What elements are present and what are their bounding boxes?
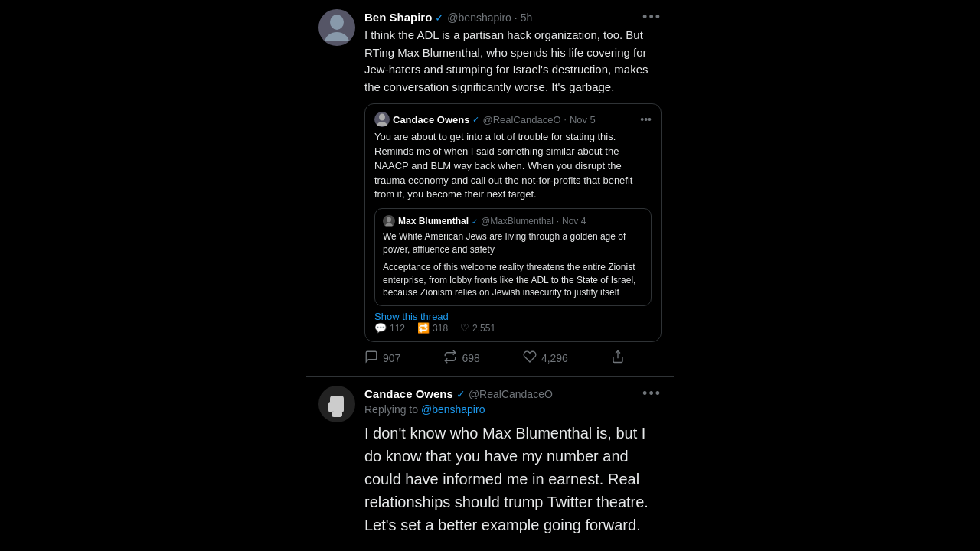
tweet-content-ben: Ben Shapiro ✓ @benshapiro · 5h ••• I thi…: [364, 9, 662, 367]
qt-verified-icon: ✓: [472, 115, 479, 125]
tweet-header-candace: Candace Owens ✓ @RealCandaceO •••: [364, 386, 662, 402]
tweet-text-ben: I think the ADL is a partisan hack organ…: [364, 27, 662, 96]
svg-point-2: [379, 114, 385, 121]
tweet-header-left-candace: Candace Owens ✓ @RealCandaceO: [364, 387, 553, 400]
reply-count-ben: 907: [383, 352, 400, 364]
qt-avatar-candace: [374, 112, 390, 127]
retweet-btn-ben[interactable]: 698: [443, 350, 479, 367]
qt-inner-avatar: [383, 215, 395, 227]
qt-inner-dot: ·: [557, 217, 559, 226]
qt-inner-text2: Acceptance of this welcome reality threa…: [383, 261, 643, 299]
retweet-count-ben: 698: [462, 352, 479, 364]
qt-like-count: 2,551: [472, 323, 495, 334]
qt-inner-text1: We White American Jews are living throug…: [383, 230, 643, 256]
tweet-feed: Ben Shapiro ✓ @benshapiro · 5h ••• I thi…: [306, 0, 674, 551]
author-name-ben: Ben Shapiro: [364, 11, 432, 24]
qt-inner-author: Max Blumenthal: [398, 216, 469, 227]
avatar-candace-owens: [318, 386, 355, 422]
qt-retweet-btn[interactable]: 🔁 318: [417, 322, 448, 334]
qt-dot: ·: [564, 114, 567, 125]
svg-rect-9: [339, 402, 344, 412]
tweet-candace-owens: Candace Owens ✓ @RealCandaceO ••• Replyi…: [306, 377, 674, 551]
qt-reply-btn[interactable]: 💬 112: [374, 322, 405, 334]
time-ben: 5h: [521, 11, 533, 24]
like-icon-ben: [523, 350, 537, 367]
tweet-header-left-ben: Ben Shapiro ✓ @benshapiro · 5h: [364, 11, 532, 24]
qt-reply-icon: 💬: [374, 322, 387, 334]
dot-ben: ·: [514, 11, 518, 24]
verified-icon-ben: ✓: [435, 11, 444, 24]
replying-to-label: Replying to @benshapiro: [364, 403, 662, 416]
reply-icon-ben: [364, 350, 378, 367]
tweet-actions-ben: 907 698 4,296: [364, 350, 625, 367]
qt-header-left: Candace Owens ✓ @RealCandaceO · Nov 5: [374, 112, 596, 127]
qt-actions: 💬 112 🔁 318 ♡ 2,551: [374, 322, 652, 334]
qt-like-btn[interactable]: ♡ 2,551: [460, 322, 495, 334]
like-btn-ben[interactable]: 4,296: [523, 350, 568, 367]
verified-icon-candace: ✓: [456, 388, 466, 400]
qt-inner-header: Max Blumenthal ✓ @MaxBlumenthal · Nov 4: [383, 215, 643, 227]
svg-point-3: [377, 122, 387, 126]
tweet-text-candace: I don't know who Max Blumenthal is, but …: [364, 422, 662, 536]
show-thread-link[interactable]: Show this thread: [374, 311, 652, 322]
svg-point-4: [387, 217, 391, 223]
qt-retweet-count: 318: [433, 323, 448, 334]
qt-inner-date: Nov 4: [562, 216, 586, 227]
svg-point-1: [325, 32, 349, 41]
retweet-icon-ben: [443, 350, 457, 367]
qt-text: You are about to get into a lot of troub…: [374, 130, 652, 202]
svg-point-0: [330, 15, 344, 30]
qt-like-icon: ♡: [460, 322, 469, 334]
author-name-candace: Candace Owens: [364, 387, 453, 400]
more-btn-candace[interactable]: •••: [642, 386, 662, 402]
like-count-ben: 4,296: [541, 352, 568, 364]
replying-to-handle[interactable]: @benshapiro: [421, 403, 485, 416]
qt-header: Candace Owens ✓ @RealCandaceO · Nov 5 ••…: [374, 112, 652, 127]
svg-rect-8: [328, 402, 333, 412]
qt-more-btn[interactable]: •••: [640, 113, 652, 126]
share-btn-ben[interactable]: [611, 350, 625, 367]
qt-inner-tweet[interactable]: Max Blumenthal ✓ @MaxBlumenthal · Nov 4 …: [374, 208, 652, 306]
svg-point-5: [385, 223, 393, 227]
svg-rect-10: [332, 411, 342, 417]
qt-handle: @RealCandaceO: [482, 114, 560, 126]
qt-inner-verified: ✓: [472, 217, 478, 226]
quoted-tweet[interactable]: Candace Owens ✓ @RealCandaceO · Nov 5 ••…: [364, 103, 662, 342]
share-icon-ben: [611, 350, 625, 367]
qt-inner-handle: @MaxBlumenthal: [481, 216, 554, 227]
tweet-header-ben: Ben Shapiro ✓ @benshapiro · 5h •••: [364, 9, 662, 25]
qt-reply-count: 112: [390, 323, 405, 334]
qt-author-name: Candace Owens: [393, 114, 469, 126]
avatar-ben-shapiro: [318, 9, 355, 46]
reply-btn-ben[interactable]: 907: [364, 350, 400, 367]
more-btn-ben[interactable]: •••: [642, 9, 662, 25]
qt-date: Nov 5: [570, 114, 596, 126]
tweet-content-candace: Candace Owens ✓ @RealCandaceO ••• Replyi…: [364, 386, 662, 543]
handle-ben: @benshapiro: [447, 11, 511, 24]
qt-retweet-icon: 🔁: [417, 322, 430, 334]
tweet-ben-shapiro: Ben Shapiro ✓ @benshapiro · 5h ••• I thi…: [306, 0, 674, 377]
handle-candace: @RealCandaceO: [469, 388, 553, 400]
